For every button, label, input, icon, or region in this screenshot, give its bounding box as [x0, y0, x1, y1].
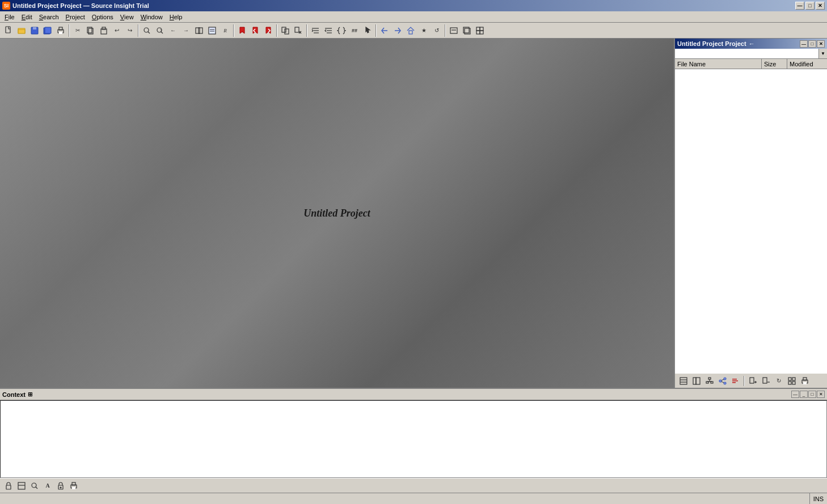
panel-close-btn[interactable]: ✕: [817, 40, 825, 48]
toolbar-sep-4: [276, 24, 277, 37]
context-title-left: Context ⊞: [2, 391, 32, 398]
toolbar: ✂ ↩ ↪ ← →: [0, 23, 827, 39]
svg-line-61: [721, 379, 724, 380]
ctx-lock2-btn[interactable]: [54, 480, 67, 492]
goto-button[interactable]: ##: [348, 24, 361, 37]
panel-search-input[interactable]: [675, 49, 818, 58]
new-file-button[interactable]: [2, 24, 15, 37]
view-class-btn[interactable]: [716, 375, 729, 387]
ctx-panel-btn[interactable]: [15, 480, 28, 492]
minimize-button[interactable]: —: [795, 2, 804, 10]
ctx-lock-btn[interactable]: [2, 480, 15, 492]
copy-button[interactable]: [85, 24, 97, 37]
svg-rect-27: [285, 29, 289, 34]
svg-rect-87: [72, 487, 75, 489]
toolbar-sep-7: [445, 24, 446, 37]
panel-search-dropdown[interactable]: ▼: [818, 49, 827, 58]
next-bookmark-button[interactable]: [262, 24, 275, 37]
menu-search[interactable]: Search: [36, 11, 62, 22]
menu-window[interactable]: Window: [137, 11, 166, 22]
context-maximize-btn[interactable]: □: [808, 391, 816, 398]
title-bar-buttons: — □ ✕: [795, 2, 825, 10]
menu-file[interactable]: File: [1, 11, 18, 22]
context-minimize-btn[interactable]: _: [800, 391, 808, 398]
web-fwd-button[interactable]: [391, 24, 404, 37]
menu-help[interactable]: Help: [166, 11, 186, 22]
panel-options-btn[interactable]: [786, 375, 798, 387]
svg-rect-48: [680, 378, 687, 384]
view-tree-btn[interactable]: [703, 375, 716, 387]
svg-point-58: [719, 380, 721, 382]
svg-rect-40: [450, 28, 457, 33]
remove-file-btn[interactable]: [760, 375, 772, 387]
web-back-button[interactable]: [378, 24, 391, 37]
svg-rect-39: [409, 31, 412, 34]
menu-view[interactable]: View: [117, 11, 137, 22]
web-refresh-button[interactable]: ↺: [431, 24, 443, 37]
panel-print-btn[interactable]: [799, 375, 811, 387]
panel-minimize-btn[interactable]: —: [800, 40, 808, 48]
svg-rect-73: [788, 382, 791, 384]
indent-button[interactable]: [309, 24, 322, 37]
bottom-panels: Context ⊞ — _ □ ✕: [0, 388, 827, 493]
context-label: Context: [2, 391, 26, 398]
open-file-button[interactable]: [15, 24, 28, 37]
svg-rect-74: [792, 382, 795, 384]
col-file-name[interactable]: File Name: [675, 59, 762, 69]
svg-rect-65: [732, 382, 736, 383]
bookmark-toggle-button[interactable]: [236, 24, 248, 37]
search-all-button[interactable]: [206, 24, 218, 37]
brace-match-button[interactable]: [335, 24, 348, 37]
undo-button[interactable]: ↩: [111, 24, 123, 37]
find-refs-button[interactable]: [141, 24, 153, 37]
print-button[interactable]: [54, 24, 67, 37]
maximize-button[interactable]: □: [805, 2, 815, 10]
find-next-button[interactable]: [154, 24, 166, 37]
close-button[interactable]: ✕: [816, 2, 825, 10]
panel-sep-1: [744, 376, 745, 386]
svg-rect-53: [708, 378, 711, 379]
menu-project[interactable]: Project: [62, 11, 88, 22]
svg-point-84: [60, 487, 61, 488]
web-home-button[interactable]: [404, 24, 417, 37]
doc3-button[interactable]: [474, 24, 486, 37]
unindent-button[interactable]: [322, 24, 335, 37]
arrow-right-button[interactable]: →: [180, 24, 192, 37]
ctx-print-btn[interactable]: [67, 480, 80, 492]
view-detail-btn[interactable]: [690, 375, 703, 387]
ctx-find-btn[interactable]: [28, 480, 41, 492]
context-icon: ⊞: [28, 391, 32, 397]
close-btn[interactable]: [292, 24, 305, 37]
paste-button[interactable]: [98, 24, 110, 37]
view-search-btn[interactable]: [729, 375, 742, 387]
save-all-button[interactable]: [41, 24, 54, 37]
menu-edit[interactable]: Edit: [18, 11, 36, 22]
doc1-button[interactable]: [448, 24, 460, 37]
col-size[interactable]: Size: [762, 59, 787, 69]
context-close-btn[interactable]: ✕: [817, 391, 825, 398]
jump-button[interactable]: [193, 24, 205, 37]
editor-area[interactable]: Untitled Project: [0, 39, 674, 388]
web-fav-button[interactable]: ★: [417, 24, 430, 37]
cut-button[interactable]: ✂: [71, 24, 84, 37]
svg-rect-77: [803, 382, 807, 384]
add-file-btn[interactable]: [746, 375, 759, 387]
save-button[interactable]: [28, 24, 41, 37]
context-toolbar: A: [0, 478, 827, 493]
doc2-button[interactable]: [461, 24, 473, 37]
panel-maximize-btn[interactable]: □: [808, 40, 816, 48]
redo-button[interactable]: ↪: [124, 24, 136, 37]
open-btn[interactable]: [279, 24, 292, 37]
prev-bookmark-button[interactable]: [249, 24, 261, 37]
arrow-left-button[interactable]: ←: [167, 24, 179, 37]
view-list-btn[interactable]: [677, 375, 690, 387]
panel-title-text: Untitled Project Project: [677, 40, 746, 47]
ctx-font-btn[interactable]: A: [41, 480, 54, 492]
sync-btn[interactable]: ↻: [773, 375, 785, 387]
regex-button[interactable]: R: [219, 24, 231, 37]
mouse-button[interactable]: [361, 24, 374, 37]
menu-options[interactable]: Options: [88, 11, 117, 22]
svg-rect-26: [282, 27, 286, 32]
col-modified[interactable]: Modified: [787, 59, 827, 69]
context-restore-btn[interactable]: —: [791, 391, 799, 398]
